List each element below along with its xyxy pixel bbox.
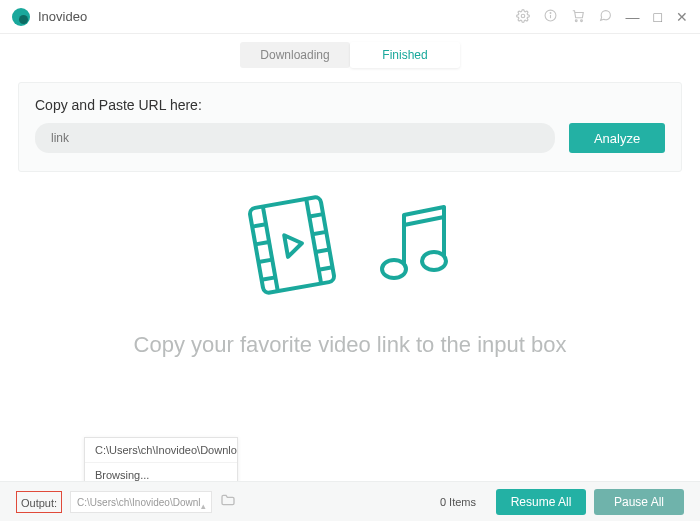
- title-left: Inovideo: [12, 8, 87, 26]
- output-label-highlight: Output:: [16, 491, 62, 513]
- maximize-button[interactable]: □: [654, 10, 662, 24]
- pause-all-button[interactable]: Pause All: [594, 489, 684, 515]
- svg-line-15: [316, 250, 330, 252]
- close-button[interactable]: ✕: [676, 10, 688, 24]
- tabs: Downloading Finished: [0, 42, 700, 68]
- output-label: Output:: [21, 497, 57, 509]
- app-logo-icon: [12, 8, 30, 26]
- settings-gear-icon[interactable]: [516, 9, 530, 25]
- svg-line-14: [312, 232, 326, 234]
- output-menu-item[interactable]: C:\Users\ch\Inovideo\Downloads: [85, 438, 237, 463]
- items-count: 0 Items: [440, 496, 476, 508]
- info-icon[interactable]: [544, 9, 557, 24]
- svg-line-9: [252, 224, 266, 226]
- empty-illustration: [242, 190, 458, 304]
- svg-line-13: [309, 214, 323, 216]
- svg-point-5: [580, 19, 582, 21]
- message-icon[interactable]: [599, 9, 612, 24]
- analyze-button[interactable]: Analyze: [569, 123, 665, 153]
- svg-line-12: [262, 277, 276, 279]
- svg-line-10: [255, 242, 269, 244]
- empty-hint: Copy your favorite video link to the inp…: [134, 332, 567, 358]
- svg-point-18: [382, 260, 406, 278]
- tab-finished[interactable]: Finished: [350, 42, 460, 68]
- open-folder-icon[interactable]: [220, 492, 236, 512]
- url-panel: Copy and Paste URL here: Analyze: [18, 82, 682, 172]
- svg-marker-17: [284, 232, 304, 256]
- title-right: — □ ✕: [516, 9, 688, 25]
- url-input[interactable]: [35, 123, 555, 153]
- url-row: Analyze: [35, 123, 665, 153]
- svg-line-11: [258, 260, 272, 262]
- url-label: Copy and Paste URL here:: [35, 97, 665, 113]
- cart-icon[interactable]: [571, 9, 585, 25]
- footer: Output: C:\Users\ch\Inovideo\Downl 0 Ite…: [0, 481, 700, 521]
- svg-point-19: [422, 252, 446, 270]
- minimize-button[interactable]: —: [626, 10, 640, 24]
- svg-line-8: [306, 199, 321, 284]
- film-icon: [242, 190, 342, 304]
- svg-point-3: [550, 13, 551, 14]
- title-bar: Inovideo — □ ✕: [0, 0, 700, 34]
- svg-point-4: [575, 19, 577, 21]
- empty-state: Copy your favorite video link to the inp…: [0, 190, 700, 358]
- resume-all-button[interactable]: Resume All: [496, 489, 586, 515]
- svg-point-0: [521, 14, 525, 18]
- app-title: Inovideo: [38, 9, 87, 24]
- tab-downloading[interactable]: Downloading: [240, 42, 350, 68]
- svg-line-16: [319, 267, 333, 269]
- output-path-select[interactable]: C:\Users\ch\Inovideo\Downl: [70, 491, 212, 513]
- music-note-icon: [378, 195, 458, 299]
